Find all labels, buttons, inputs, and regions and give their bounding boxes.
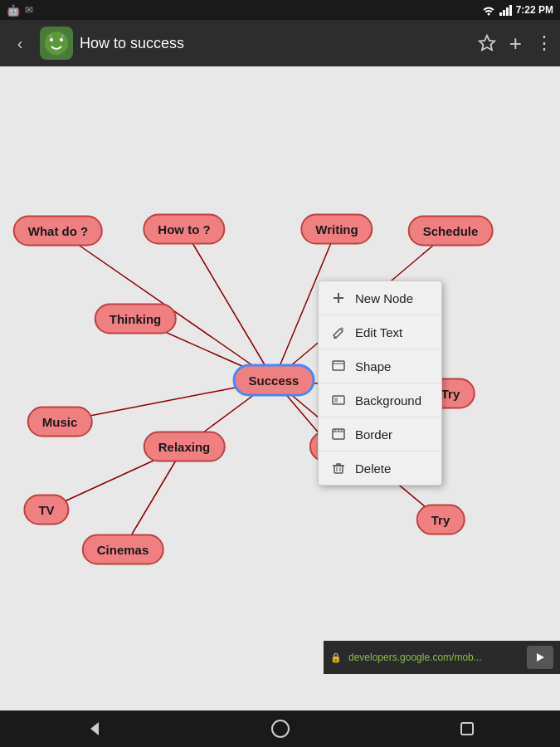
svg-point-5 (50, 38, 53, 42)
svg-point-4 (45, 32, 68, 55)
nav-bar (0, 710, 560, 747)
app-bar-actions: + ⋮ (478, 31, 553, 56)
node-what-do[interactable]: What do ? (13, 216, 103, 247)
time-display: 7:22 PM (516, 4, 553, 16)
recents-nav-button[interactable] (455, 717, 479, 740)
svg-point-40 (272, 720, 289, 737)
shape-label: Shape (355, 359, 391, 374)
svg-rect-41 (461, 723, 473, 735)
android-icon: 🤖 (7, 4, 20, 17)
delete-label: Delete (355, 461, 391, 476)
back-button[interactable]: ‹ (7, 30, 33, 56)
node-try2[interactable]: Try (416, 505, 465, 535)
node-schedule[interactable]: Schedule (408, 216, 494, 247)
node-tv[interactable]: TV (23, 495, 69, 525)
edit-text-label: Edit Text (355, 325, 402, 339)
node-cinemas[interactable]: Cinemas (82, 535, 164, 565)
browser-go-button[interactable] (527, 646, 553, 669)
node-success[interactable]: Success (233, 364, 315, 397)
svg-rect-0 (499, 12, 502, 16)
more-button[interactable]: ⋮ (535, 32, 553, 54)
svg-marker-39 (90, 722, 99, 735)
add-button[interactable]: + (509, 31, 522, 56)
status-left: 🤖 ✉ (7, 4, 33, 17)
svg-rect-2 (506, 7, 509, 16)
background-icon (330, 392, 347, 408)
mind-map-canvas[interactable]: Success What do ? How to ? Writing Sched… (0, 66, 560, 710)
app-bar: ‹ How to success + ⋮ (0, 20, 560, 66)
svg-rect-34 (334, 466, 343, 473)
menu-shape[interactable]: Shape (319, 349, 441, 383)
svg-rect-25 (333, 361, 344, 370)
node-relaxing[interactable]: Relaxing (144, 432, 226, 462)
svg-marker-38 (537, 653, 544, 662)
svg-rect-1 (503, 10, 505, 16)
lock-icon: 🔒 (330, 652, 342, 663)
border-icon (330, 426, 347, 442)
menu-edit-text[interactable]: Edit Text (319, 315, 441, 349)
app-title: How to success (80, 35, 471, 52)
status-icons: 7:22 PM (481, 4, 553, 16)
svg-line-11 (184, 229, 274, 380)
app-icon (40, 27, 73, 60)
notification-icon: ✉ (25, 4, 33, 16)
context-menu: New Node Edit Text Shape (318, 281, 442, 486)
back-nav-button[interactable] (82, 717, 105, 740)
background-label: Background (355, 393, 421, 408)
shape-icon (330, 358, 347, 374)
menu-border[interactable]: Border (319, 417, 441, 452)
browser-url: developers.google.com/mob... (348, 652, 520, 663)
node-how-to[interactable]: How to ? (143, 214, 225, 245)
svg-rect-3 (509, 5, 512, 16)
svg-point-6 (60, 38, 63, 42)
wifi-icon (481, 4, 496, 16)
menu-new-node[interactable]: New Node (319, 281, 441, 315)
menu-delete[interactable]: Delete (319, 452, 441, 485)
node-writing[interactable]: Writing (300, 214, 373, 245)
node-music[interactable]: Music (27, 407, 93, 437)
border-label: Border (355, 427, 392, 442)
trash-icon (330, 460, 347, 476)
home-nav-button[interactable] (269, 717, 292, 740)
node-thinking[interactable]: Thinking (95, 304, 177, 334)
plus-icon (330, 290, 347, 306)
signal-icon (499, 4, 513, 16)
browser-bar[interactable]: 🔒 developers.google.com/mob... (324, 641, 560, 674)
pencil-icon (330, 324, 347, 340)
new-node-label: New Node (355, 291, 413, 305)
svg-marker-9 (480, 36, 494, 50)
bookmark-button[interactable] (478, 34, 496, 52)
svg-rect-28 (334, 398, 338, 403)
status-bar: 🤖 ✉ 7:22 PM (0, 0, 560, 20)
menu-background[interactable]: Background (319, 383, 441, 417)
